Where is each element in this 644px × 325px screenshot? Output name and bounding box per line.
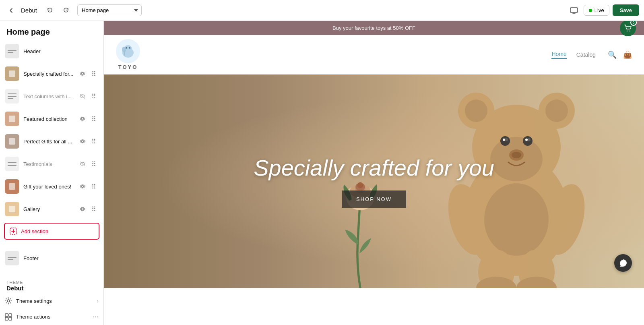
text-columns-label: Text columns with i...	[23, 93, 74, 99]
svg-point-40	[512, 152, 521, 158]
svg-rect-14	[9, 314, 12, 317]
cart-badge[interactable]: 0	[620, 21, 636, 36]
elephant-logo-svg	[118, 41, 138, 61]
preview-frame: Buy your favourite toys at 50% OFF 0	[104, 21, 644, 325]
hero-headline: Specially crafted for you	[254, 155, 494, 181]
store-name: Debut	[21, 7, 37, 14]
sidebar-item-header[interactable]: Header	[0, 40, 103, 62]
svg-point-25	[129, 48, 130, 48]
search-icon[interactable]: 🔍	[608, 50, 617, 59]
testimonials-label: Testimonials	[23, 161, 74, 167]
testimonials-thumb	[5, 157, 19, 171]
add-section-button[interactable]: Add section	[4, 223, 99, 240]
section-actions: ⠿	[78, 69, 99, 79]
nav-link-home[interactable]: Home	[551, 51, 566, 59]
drag-handle-4[interactable]: ⠿	[89, 137, 99, 146]
desktop-view-button[interactable]	[568, 4, 580, 17]
svg-point-36	[527, 138, 530, 141]
sidebar-item-gallery[interactable]: Gallery ⠿	[0, 198, 103, 220]
visibility-toggle-7[interactable]	[78, 204, 87, 214]
live-label: Live	[594, 7, 604, 13]
svg-rect-1	[9, 70, 15, 77]
drag-handle-2[interactable]: ⠿	[89, 91, 99, 101]
visibility-toggle-2[interactable]	[78, 91, 87, 101]
back-button[interactable]	[5, 4, 18, 17]
svg-point-33	[500, 136, 510, 146]
redo-button[interactable]	[60, 4, 72, 17]
theme-section: THEME Debut	[0, 274, 103, 293]
store-nav-icons: 🔍 👜	[608, 50, 632, 59]
sidebar-item-perfect-gifts[interactable]: Perfect Gifts for all ... ⠿	[0, 130, 103, 153]
perfect-gifts-thumb	[5, 134, 19, 149]
sidebar-item-testimonials[interactable]: Testimonials ⠿	[0, 153, 103, 175]
visibility-toggle-5[interactable]	[78, 159, 87, 169]
svg-rect-16	[9, 317, 12, 320]
nav-link-catalog[interactable]: Catalog	[576, 52, 596, 58]
visibility-toggle-6[interactable]	[78, 182, 87, 191]
theme-settings-label: Theme settings	[16, 298, 93, 304]
chevron-right-icon: ›	[97, 298, 99, 304]
theme-actions-label: Theme actions	[16, 314, 89, 320]
gear-icon	[5, 297, 12, 304]
gallery-thumb	[5, 202, 19, 216]
drag-handle-3[interactable]: ⠿	[89, 114, 99, 124]
visibility-toggle[interactable]	[78, 69, 87, 79]
announcement-text: Buy your favourite toys at 50% OFF	[332, 25, 415, 31]
bag-icon[interactable]: 👜	[623, 50, 632, 59]
footer-thumb	[5, 251, 19, 265]
drag-handle[interactable]: ⠿	[89, 69, 99, 79]
live-badge[interactable]: Live	[584, 5, 609, 16]
svg-rect-9	[9, 206, 15, 212]
svg-point-18	[630, 30, 630, 31]
svg-rect-3	[9, 116, 15, 122]
theme-settings-row[interactable]: Theme settings ›	[0, 293, 103, 308]
undo-button[interactable]	[43, 4, 56, 17]
featured-collection-label: Featured collection	[23, 116, 74, 122]
svg-point-6	[82, 141, 84, 143]
sidebar-page-title: Home page	[0, 21, 103, 40]
drag-handle-7[interactable]: ⠿	[89, 204, 99, 214]
visibility-toggle-3[interactable]	[78, 114, 87, 124]
svg-point-29	[465, 99, 487, 122]
store-logo-name: TOYO	[118, 64, 138, 70]
gift-loved-ones-label: Gift your loved ones!	[23, 184, 74, 190]
svg-point-8	[82, 186, 84, 188]
section-actions-5: ⠿	[78, 159, 99, 169]
chat-icon	[619, 259, 627, 267]
section-actions-4: ⠿	[78, 137, 99, 146]
svg-point-4	[82, 118, 84, 120]
drag-handle-5[interactable]: ⠿	[89, 159, 99, 169]
cart-count: 0	[630, 21, 637, 26]
header-label: Header	[23, 48, 99, 54]
sidebar-item-specially-crafted[interactable]: Specially crafted for... ⠿	[0, 62, 103, 85]
sidebar: Home page Header Specially crafted for..…	[0, 21, 104, 325]
svg-point-34	[523, 136, 533, 146]
section-actions-7: ⠿	[78, 204, 99, 214]
sidebar-item-footer[interactable]: Footer	[0, 247, 103, 269]
theme-actions-row[interactable]: Theme actions ···	[0, 308, 103, 325]
section-actions-6: ⠿	[78, 182, 99, 191]
cart-icon	[624, 24, 632, 32]
visibility-toggle-4[interactable]	[78, 137, 87, 146]
svg-point-12	[7, 300, 10, 302]
store-nav: TOYO Home Catalog 🔍 👜	[104, 35, 644, 75]
svg-point-17	[627, 30, 627, 31]
sidebar-item-text-columns[interactable]: Text columns with i... ⠿	[0, 85, 103, 108]
store-hero: Specially crafted for you SHOP NOW	[104, 75, 644, 288]
chat-bubble[interactable]	[614, 254, 632, 272]
section-actions-3: ⠿	[78, 114, 99, 124]
sidebar-item-featured-collection[interactable]: Featured collection ⠿	[0, 108, 103, 130]
footer-label: Footer	[23, 255, 99, 261]
logo-elephant	[116, 39, 140, 63]
more-options-icon[interactable]: ···	[93, 313, 99, 321]
sidebar-item-gift-loved-ones[interactable]: Gift your loved ones! ⠿	[0, 175, 103, 198]
save-button[interactable]: Save	[613, 4, 639, 16]
specially-crafted-label: Specially crafted for...	[23, 71, 74, 77]
page-selector[interactable]: Home page	[77, 4, 142, 16]
drag-handle-6[interactable]: ⠿	[89, 182, 99, 191]
hero-cta-button[interactable]: SHOP NOW	[342, 190, 406, 208]
svg-rect-13	[5, 314, 8, 317]
svg-point-2	[82, 73, 84, 75]
theme-name: Debut	[6, 285, 97, 292]
add-section-label: Add section	[21, 228, 48, 234]
